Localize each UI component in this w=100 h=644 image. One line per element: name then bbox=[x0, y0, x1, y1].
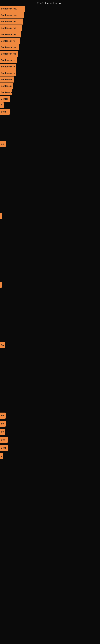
bar-label: B bbox=[1, 454, 2, 457]
bar-label: Bottleneck res bbox=[1, 33, 16, 36]
bar-label: Bottleneck res bbox=[1, 20, 16, 23]
bar-item: Bottleneck bbox=[0, 76, 14, 82]
bar-item: Bottleneck res bbox=[0, 25, 22, 31]
bar-item: Bottleneck re bbox=[0, 64, 16, 70]
bar-item: Bo bbox=[0, 420, 6, 427]
bar-label: Bottlen bbox=[1, 98, 8, 100]
bar-item: Bottlen bbox=[0, 96, 10, 102]
bar-item: B bbox=[0, 102, 3, 108]
bar-label: Bottl bbox=[1, 110, 6, 113]
bar-label: Bottleneck bbox=[1, 91, 12, 94]
bar-item: Bottl bbox=[0, 109, 10, 115]
bar-item: Bottleneck re bbox=[0, 70, 16, 76]
bar-label: Bottleneck res bbox=[1, 46, 16, 48]
bar-item: Bottleneck res bbox=[0, 18, 23, 24]
bar-label: Bottleneck re bbox=[1, 59, 15, 62]
bar-label: Bottleneck re bbox=[1, 40, 15, 42]
bar-item: Bo bbox=[0, 342, 5, 348]
bar-item: Bottleneck re bbox=[0, 38, 20, 44]
bar-label: Bo bbox=[1, 422, 4, 425]
bar-label: B bbox=[1, 104, 2, 106]
bar-label: Bottleneck re bbox=[1, 66, 15, 68]
bar-label: Bo bbox=[1, 143, 4, 145]
bar-item: Bottleneck res bbox=[0, 44, 19, 50]
bar-item: Bott bbox=[0, 437, 8, 443]
bar-label: Bottleneck re bbox=[1, 72, 15, 74]
bar-item: Bottleneck res bbox=[0, 51, 18, 57]
bar-item bbox=[0, 282, 1, 288]
bar-label: Bottleneck resu bbox=[1, 8, 17, 10]
bar-item: B bbox=[0, 453, 3, 459]
bar-label: Bottleneck r bbox=[1, 85, 13, 87]
bar-item: Bottleneck res bbox=[0, 32, 21, 38]
bar-item: Bottleneck r bbox=[0, 83, 13, 89]
bar-label: Bo bbox=[1, 344, 4, 346]
bar-item: Bottleneck resu bbox=[0, 6, 25, 12]
bar-label: Bo bbox=[1, 430, 4, 433]
bar-item: Bottleneck re bbox=[0, 57, 17, 63]
bar-item: Bo bbox=[0, 429, 5, 435]
bar-item: Bo bbox=[0, 141, 6, 147]
bar-item: Bo bbox=[0, 412, 6, 418]
bar-item: Bottleneck bbox=[0, 89, 12, 96]
bar-label: Bo bbox=[1, 414, 4, 417]
bar-label: Bottleneck bbox=[1, 78, 12, 81]
bar-label: Bottleneck resu bbox=[1, 14, 17, 16]
bar-label: Bott bbox=[1, 438, 5, 441]
bar-item: Bottl bbox=[0, 445, 8, 451]
bar-label: Bottl bbox=[1, 446, 6, 449]
bar-label: Bottleneck res bbox=[1, 52, 16, 55]
bar-label: Bottleneck res bbox=[1, 27, 16, 29]
bar-item bbox=[0, 213, 2, 219]
bar-item: Bottleneck resu bbox=[0, 12, 24, 18]
